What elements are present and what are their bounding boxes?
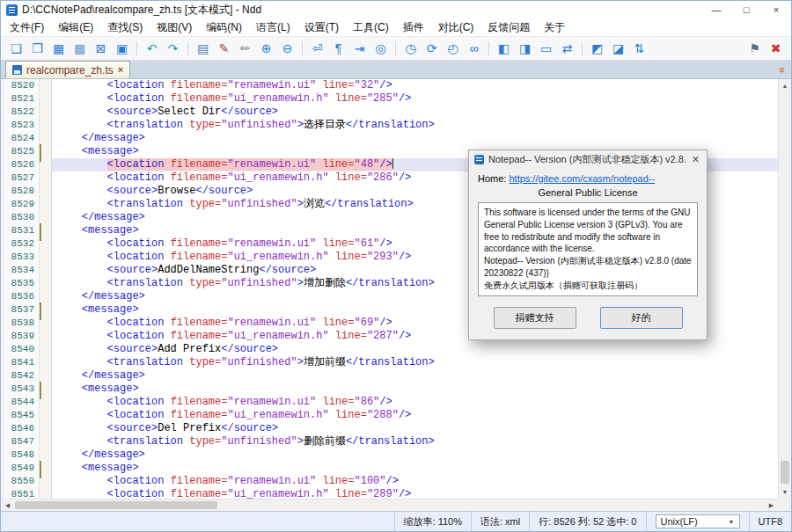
- monitor-icon[interactable]: ▭: [536, 39, 556, 58]
- fold-margin[interactable]: [40, 475, 52, 488]
- vscroll-thumb[interactable]: [781, 461, 789, 484]
- fold-collapse-icon[interactable]: [40, 144, 41, 162]
- compare-panel-left-icon[interactable]: ◩: [587, 39, 607, 58]
- file-compare-icon[interactable]: ⇄: [557, 39, 577, 58]
- editor-line[interactable]: 8551 <location filename="ui_renamewin.h"…: [1, 488, 778, 499]
- tab-overflow-button[interactable]: »: [776, 63, 789, 77]
- line-number[interactable]: 8550: [4, 475, 40, 488]
- line-number[interactable]: 8543: [4, 383, 40, 396]
- fold-margin[interactable]: [40, 343, 52, 356]
- word-wrap-icon[interactable]: ⏎: [307, 39, 327, 58]
- edit-pencil-alt-icon[interactable]: ✏: [235, 39, 255, 58]
- code-text[interactable]: <translation type="unfinished">选择目录</tra…: [52, 119, 778, 132]
- editor-line[interactable]: 8523 <translation type="unfinished">选择目录…: [1, 119, 778, 132]
- scroll-left-button[interactable]: ◀: [1, 499, 14, 511]
- fold-margin[interactable]: [40, 290, 52, 303]
- code-text[interactable]: <location filename="ui_renamewin.h" line…: [52, 409, 778, 422]
- ok-button[interactable]: 好的: [600, 307, 683, 329]
- close-toolbar-icon[interactable]: ✖: [766, 39, 786, 58]
- open-folder-icon[interactable]: ❒: [27, 39, 48, 58]
- fold-margin[interactable]: [40, 185, 52, 198]
- tab-close-icon[interactable]: ×: [118, 65, 123, 75]
- editor-line[interactable]: 8544 <location filename="renamewin.ui" l…: [1, 396, 778, 409]
- save-icon[interactable]: ▦: [48, 39, 69, 58]
- code-text[interactable]: <source>Select Dir</source>: [52, 106, 778, 119]
- editor-line[interactable]: 8541 <translation type="unfinished">增加前缀…: [1, 356, 778, 369]
- print-icon[interactable]: ▤: [193, 39, 213, 58]
- fold-margin[interactable]: [40, 132, 52, 145]
- menu-item[interactable]: 查找(S): [100, 18, 150, 37]
- line-number[interactable]: 8523: [4, 119, 40, 132]
- line-number[interactable]: 8547: [4, 435, 40, 448]
- line-number[interactable]: 8551: [4, 488, 40, 499]
- line-number[interactable]: 8522: [4, 106, 40, 119]
- go-link-icon[interactable]: ∞: [464, 39, 484, 58]
- scroll-right-button[interactable]: ▶: [765, 499, 778, 511]
- indent-guide-icon[interactable]: ⇥: [349, 39, 370, 58]
- home-link[interactable]: https://gitee.com/cxasm/notepad--: [509, 173, 655, 184]
- fold-margin[interactable]: [40, 383, 52, 396]
- fold-margin[interactable]: [40, 145, 52, 158]
- code-text[interactable]: <message>: [52, 383, 778, 396]
- close-all-icon[interactable]: ▣: [112, 39, 132, 58]
- line-number[interactable]: 8537: [4, 303, 40, 317]
- line-number[interactable]: 8534: [4, 264, 40, 277]
- editor-line[interactable]: 8522 <source>Select Dir</source>: [1, 106, 778, 119]
- fold-margin[interactable]: [40, 396, 52, 409]
- menu-item[interactable]: 关于: [537, 18, 572, 37]
- fold-margin[interactable]: [40, 277, 52, 290]
- fold-margin[interactable]: [40, 435, 52, 448]
- editor-line[interactable]: 8546 <source>Del Prefix</source>: [1, 422, 778, 435]
- line-number[interactable]: 8548: [4, 448, 40, 462]
- new-file-icon[interactable]: ❑: [6, 39, 26, 58]
- fold-margin[interactable]: [40, 92, 52, 106]
- code-text[interactable]: <source>Add Prefix</source>: [52, 343, 778, 356]
- menu-item[interactable]: 语言(L): [249, 18, 297, 37]
- fold-margin[interactable]: [40, 422, 52, 435]
- line-number[interactable]: 8545: [4, 409, 40, 422]
- code-text[interactable]: <location filename="ui_renamewin.h" line…: [52, 92, 778, 106]
- tab-active[interactable]: realcompare_zh.ts ×: [5, 61, 130, 78]
- maximize-button[interactable]: □: [731, 1, 761, 18]
- line-number[interactable]: 8529: [4, 198, 40, 211]
- scroll-up-button[interactable]: ▲: [779, 79, 791, 92]
- editor-line[interactable]: 8550 <location filename="renamewin.ui" l…: [1, 475, 778, 488]
- line-number[interactable]: 8531: [4, 224, 40, 237]
- menu-item[interactable]: 视图(V): [150, 18, 199, 37]
- line-number[interactable]: 8541: [4, 356, 40, 369]
- line-number[interactable]: 8521: [4, 92, 40, 106]
- code-text[interactable]: </message>: [52, 448, 778, 462]
- code-text[interactable]: <location filename="ui_renamewin.h" line…: [52, 488, 778, 499]
- fold-margin[interactable]: [40, 488, 52, 499]
- refresh-icon[interactable]: ⟳: [422, 39, 442, 58]
- menu-item[interactable]: 对比(C): [431, 18, 481, 37]
- close-button[interactable]: ×: [761, 1, 791, 18]
- line-number[interactable]: 8520: [4, 79, 40, 92]
- close-file-icon[interactable]: ⊠: [91, 39, 111, 58]
- zoom-in-icon[interactable]: ⊕: [256, 39, 276, 58]
- editor-line[interactable]: 8520 <location filename="renamewin.ui" l…: [1, 79, 778, 92]
- menu-item[interactable]: 设置(T): [297, 18, 346, 37]
- show-symbols-icon[interactable]: ¶: [328, 39, 348, 58]
- fold-margin[interactable]: [40, 198, 52, 211]
- fold-margin[interactable]: [40, 303, 52, 317]
- fold-collapse-icon[interactable]: [40, 223, 41, 241]
- line-number[interactable]: 8542: [4, 369, 40, 383]
- fold-margin[interactable]: [40, 448, 52, 462]
- pin-icon[interactable]: ⚑: [744, 39, 765, 58]
- scroll-down-button[interactable]: ▼: [779, 485, 791, 499]
- menu-item[interactable]: 文件(F): [3, 18, 51, 37]
- code-text[interactable]: <location filename="renamewin.ui" line="…: [52, 79, 778, 92]
- horizontal-scrollbar[interactable]: ◀ ▶: [1, 499, 778, 511]
- redo-icon[interactable]: ↷: [163, 39, 183, 58]
- editor-line[interactable]: 8540 <source>Add Prefix</source>: [1, 343, 778, 356]
- history-clock-icon[interactable]: ◷: [400, 39, 421, 58]
- code-text[interactable]: <location filename="renamewin.ui" line="…: [52, 475, 778, 488]
- dialog-title-bar[interactable]: Notepad-- Version (内部测试非稳定版本) v2.8.0 (da…: [469, 150, 707, 168]
- menu-item[interactable]: 工具(C): [346, 18, 396, 37]
- line-number[interactable]: 8539: [4, 330, 40, 343]
- line-number[interactable]: 8527: [4, 171, 40, 185]
- line-number[interactable]: 8549: [4, 462, 40, 475]
- compare-panel-right-icon[interactable]: ◪: [608, 39, 628, 58]
- editor-line[interactable]: 8543 <message>: [1, 383, 778, 396]
